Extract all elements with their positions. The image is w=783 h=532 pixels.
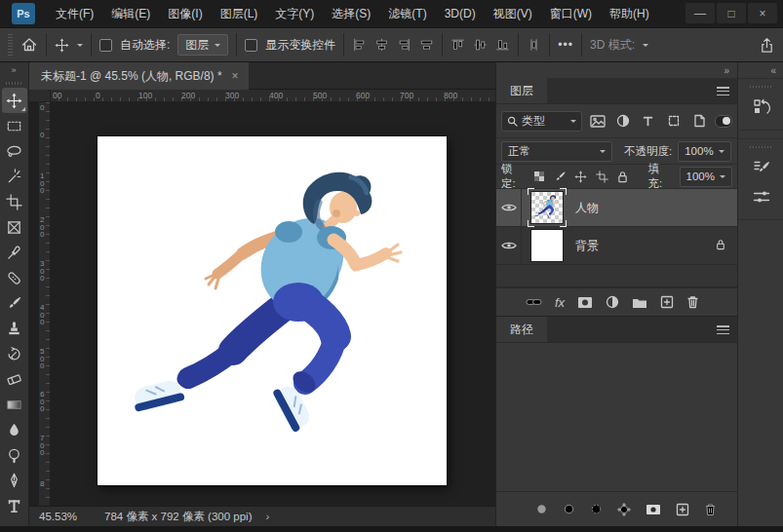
tool-history-brush[interactable] bbox=[2, 341, 27, 366]
menu-item-3d[interactable]: 3D(D) bbox=[436, 0, 485, 27]
panel-menu-icon[interactable] bbox=[717, 87, 729, 95]
document-close-icon[interactable]: × bbox=[232, 69, 239, 83]
align-top-icon[interactable] bbox=[450, 38, 465, 52]
filter-shape-layers-icon[interactable] bbox=[663, 111, 684, 131]
path-as-selection-icon[interactable] bbox=[590, 503, 603, 515]
tool-eraser[interactable] bbox=[2, 366, 27, 392]
menu-item-help[interactable]: 帮助(H) bbox=[601, 0, 658, 27]
paths-list-empty[interactable] bbox=[496, 343, 737, 491]
tool-dodge[interactable] bbox=[2, 442, 27, 468]
menu-item-layer[interactable]: 图层(L) bbox=[212, 0, 267, 27]
filter-type-layers-icon[interactable] bbox=[638, 111, 658, 131]
align-right-icon[interactable] bbox=[397, 38, 411, 52]
fill-field[interactable]: 100% bbox=[680, 167, 732, 187]
add-layer-mask-icon[interactable] bbox=[577, 296, 593, 309]
tool-frame[interactable] bbox=[2, 214, 27, 240]
filter-toggle-switch[interactable] bbox=[715, 115, 732, 128]
more-options-button[interactable]: ••• bbox=[558, 38, 573, 52]
menu-item-filter[interactable]: 滤镜(T) bbox=[379, 0, 435, 27]
new-path-icon[interactable] bbox=[676, 503, 689, 516]
brushes-panel-icon[interactable] bbox=[738, 182, 783, 211]
layer-row-background[interactable]: 背景 bbox=[496, 227, 737, 265]
tool-spot-healing-brush[interactable] bbox=[2, 265, 27, 290]
align-left-icon[interactable] bbox=[352, 38, 367, 52]
fill-path-icon[interactable] bbox=[535, 503, 548, 515]
tool-gradient[interactable] bbox=[2, 392, 27, 417]
align-middle-icon[interactable] bbox=[473, 38, 488, 52]
menu-item-select[interactable]: 选择(S) bbox=[323, 0, 379, 27]
align-bottom-icon[interactable] bbox=[495, 38, 510, 52]
link-layers-icon[interactable] bbox=[526, 296, 542, 308]
selection-as-path-icon[interactable] bbox=[617, 503, 631, 516]
canvas[interactable] bbox=[98, 136, 447, 485]
tool-move[interactable] bbox=[2, 88, 27, 113]
lock-all-icon[interactable] bbox=[615, 170, 629, 184]
filter-smart-objects-icon[interactable] bbox=[689, 111, 710, 131]
lock-image-pixels-icon[interactable] bbox=[553, 170, 567, 184]
tool-lasso[interactable] bbox=[2, 138, 27, 164]
horizontal-ruler[interactable]: 00 0 100 200 300 400 500 600 700 800 bbox=[51, 90, 495, 102]
delete-layer-icon[interactable] bbox=[686, 295, 699, 309]
mask-from-path-icon[interactable] bbox=[646, 504, 661, 515]
layer-style-button[interactable]: fx bbox=[555, 295, 565, 310]
layer-row-figure[interactable]: 人物 bbox=[496, 189, 737, 227]
zoom-level-field[interactable]: 45.53% bbox=[29, 511, 87, 522]
blend-mode-dropdown[interactable]: 正常 bbox=[501, 141, 612, 162]
menu-item-type[interactable]: 文字(Y) bbox=[266, 0, 323, 27]
auto-select-target-dropdown[interactable]: 图层 bbox=[177, 34, 228, 56]
menu-item-window[interactable]: 窗口(W) bbox=[541, 0, 601, 27]
lock-artboard-icon[interactable] bbox=[595, 170, 608, 184]
history-panel-icon[interactable] bbox=[738, 93, 783, 122]
align-center-h-icon[interactable] bbox=[374, 38, 389, 52]
stroke-path-icon[interactable] bbox=[563, 503, 575, 515]
adjustment-layer-icon[interactable] bbox=[606, 295, 619, 309]
minimize-button[interactable]: — bbox=[685, 3, 715, 23]
menu-item-image[interactable]: 图像(I) bbox=[159, 0, 211, 27]
tool-pen[interactable] bbox=[2, 468, 27, 493]
delete-path-icon[interactable] bbox=[704, 503, 717, 516]
tool-blur[interactable] bbox=[2, 417, 27, 442]
panel-collapse-icon[interactable]: » bbox=[724, 65, 729, 76]
menu-item-edit[interactable]: 编辑(E) bbox=[102, 0, 159, 27]
document-info[interactable]: 784 像素 x 792 像素 (300 ppi) bbox=[104, 510, 253, 524]
distribute-v-icon[interactable] bbox=[527, 38, 541, 52]
auto-select-checkbox[interactable] bbox=[99, 39, 112, 52]
dock-collapse-icon[interactable]: « bbox=[770, 65, 776, 76]
show-transform-checkbox[interactable] bbox=[245, 39, 257, 52]
tool-rectangular-marquee[interactable] bbox=[2, 113, 27, 138]
tool-crop[interactable] bbox=[2, 189, 27, 214]
tool-clone-stamp[interactable] bbox=[2, 316, 27, 341]
layer-thumbnail[interactable] bbox=[530, 191, 564, 224]
filter-adjustment-layers-icon[interactable] bbox=[612, 111, 633, 131]
distribute-h-icon[interactable] bbox=[419, 38, 434, 52]
panel-menu-icon[interactable] bbox=[717, 325, 729, 334]
home-icon[interactable] bbox=[20, 37, 38, 53]
share-icon[interactable] bbox=[759, 37, 775, 54]
menu-item-view[interactable]: 视图(V) bbox=[485, 0, 541, 27]
visibility-toggle[interactable] bbox=[496, 189, 522, 226]
new-group-icon[interactable] bbox=[632, 296, 647, 309]
tools-collapse-icon[interactable]: » bbox=[0, 62, 28, 78]
filter-pixel-layers-icon[interactable] bbox=[587, 111, 607, 131]
lock-transparent-pixels-icon[interactable] bbox=[532, 170, 546, 184]
document-tab[interactable]: 未标题-1 @ 45.5% (人物, RGB/8) * × bbox=[29, 62, 249, 90]
tool-type[interactable] bbox=[2, 493, 27, 518]
menu-item-file[interactable]: 文件(F) bbox=[47, 0, 102, 27]
close-button[interactable]: × bbox=[748, 3, 777, 23]
chevron-down-icon[interactable] bbox=[77, 44, 83, 50]
status-chevron-icon[interactable]: › bbox=[266, 511, 270, 522]
tool-magic-wand[interactable] bbox=[2, 164, 27, 189]
vertical-ruler[interactable]: 00 0 100 200 300 400 500 600 700 8 bbox=[39, 102, 51, 506]
tab-paths[interactable]: 路径 bbox=[496, 317, 547, 342]
lock-position-icon[interactable] bbox=[574, 170, 588, 184]
new-layer-icon[interactable] bbox=[660, 295, 674, 309]
layer-filter-dropdown[interactable]: 类型 bbox=[501, 111, 582, 132]
opacity-field[interactable]: 100% bbox=[678, 141, 730, 162]
tool-brush[interactable] bbox=[2, 290, 27, 316]
tool-eyedropper[interactable] bbox=[2, 240, 27, 265]
brush-settings-panel-icon[interactable] bbox=[738, 153, 783, 182]
layer-thumbnail[interactable] bbox=[530, 229, 564, 262]
maximize-button[interactable]: □ bbox=[717, 3, 746, 23]
chevron-down-icon[interactable] bbox=[643, 44, 648, 50]
visibility-toggle[interactable] bbox=[496, 227, 522, 264]
